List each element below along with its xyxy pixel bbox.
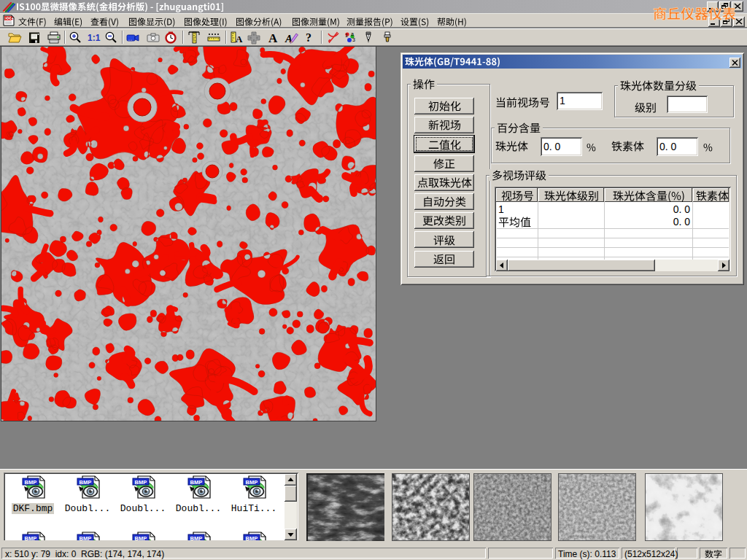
svg-text:1:1: 1:1 [88, 33, 101, 43]
svg-text:BMP: BMP [246, 479, 258, 486]
svg-text:a: a [351, 31, 354, 36]
svg-text:BMP: BMP [190, 479, 203, 486]
svg-text:BMP: BMP [135, 479, 147, 486]
svg-text:3: 3 [352, 37, 355, 42]
svg-text:A: A [236, 34, 243, 44]
svg-text:?: ? [306, 31, 311, 44]
svg-text:DOC: DOC [5, 16, 14, 20]
svg-text:1: 1 [345, 33, 348, 38]
svg-text:BMP: BMP [25, 479, 37, 486]
svg-text:A: A [268, 31, 278, 44]
svg-text:BMP: BMP [80, 479, 92, 486]
